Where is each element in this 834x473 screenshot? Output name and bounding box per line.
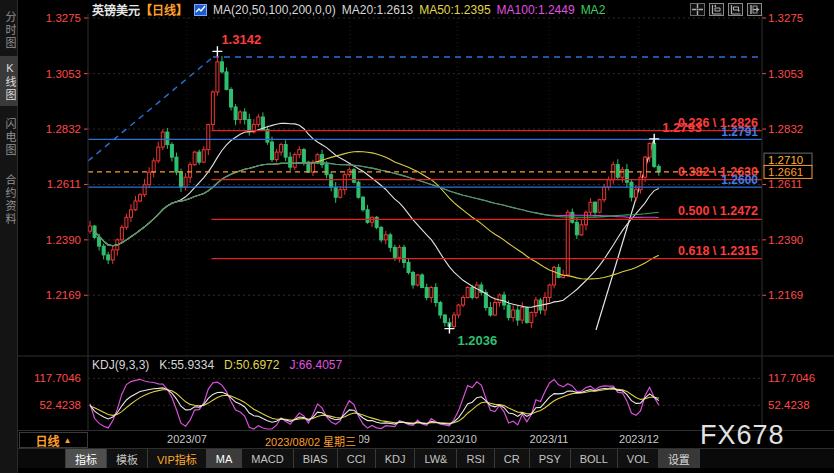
ma20-value: MA20:1.2613	[342, 3, 413, 17]
toolbar-item-BOLL[interactable]: BOLL	[571, 449, 618, 468]
svg-text:52.4238: 52.4238	[39, 399, 81, 411]
kdj-d-value: D:50.6972	[224, 358, 279, 372]
toolbar-item-LW&[interactable]: LW&	[415, 449, 457, 468]
crosshair-icon[interactable]	[690, 3, 705, 16]
svg-text:0.618 \ 1.2315: 0.618 \ 1.2315	[678, 244, 758, 258]
kdj-j-value: J:66.4057	[289, 358, 342, 372]
kdj-name: KDJ(9,3,3)	[92, 358, 149, 372]
toolbar-item-BIAS[interactable]: BIAS	[294, 449, 338, 468]
ma100-value: MA100:1.2449	[497, 3, 575, 17]
sidebar-item-contract-info[interactable]: 合约资料	[0, 166, 18, 232]
toolbar-spacer	[18, 449, 66, 468]
svg-text:1.2169: 1.2169	[46, 289, 81, 301]
svg-text:1.2036: 1.2036	[457, 333, 497, 348]
brand-watermark: FX678	[700, 420, 785, 451]
symbol-name: 英镑美元	[92, 4, 140, 18]
ma50-value: MA50:1.2395	[419, 3, 490, 17]
candles	[89, 51, 661, 328]
toolbar-item-VIP指标[interactable]: VIP指标	[148, 449, 207, 468]
toolbar-item-CCI[interactable]: CCI	[338, 449, 376, 468]
svg-text:117.7046: 117.7046	[768, 372, 815, 384]
trading-app-window: 分时图 K线图 闪电图 合约资料 1.32751.32751.30531.305…	[0, 0, 834, 473]
svg-text:1.2169: 1.2169	[768, 289, 803, 301]
svg-text:1.3275: 1.3275	[768, 12, 803, 24]
ma200-value-truncated: MA2	[581, 3, 606, 17]
svg-text:1.3275: 1.3275	[46, 12, 81, 24]
price-annotations: 1.31421.20361.2793	[212, 32, 702, 347]
toolbar-item-RSI[interactable]: RSI	[457, 449, 494, 468]
svg-text:1.2832: 1.2832	[768, 123, 803, 135]
svg-text:52.4238: 52.4238	[768, 399, 810, 411]
period-selector[interactable]: 日线 ▲	[19, 432, 88, 448]
sidebar-item-kline-chart[interactable]: K线图	[0, 56, 18, 106]
sidebar: 分时图 K线图 闪电图 合约资料	[0, 0, 18, 473]
kdj-grid: 117.7046117.704652.423852.4238	[34, 372, 815, 411]
svg-text:1.2600: 1.2600	[721, 173, 758, 187]
toolbar-item-设置[interactable]: 设置	[659, 449, 700, 468]
svg-text:1.2611: 1.2611	[47, 178, 81, 190]
line-chart-icon[interactable]	[194, 4, 207, 16]
axis-zoom-right-icon[interactable]	[728, 3, 743, 16]
crosshair-date-label: 2023/08/02 星期三	[265, 433, 359, 449]
svg-text:1.2832: 1.2832	[46, 123, 81, 135]
kdj-indicator-label: KDJ(9,3,3) K:55.9334 D:50.6972 J:66.4057	[92, 358, 342, 372]
shift-chart-right-icon[interactable]	[747, 3, 762, 16]
svg-text:1.3142: 1.3142	[221, 32, 261, 47]
toolbar-item-KDJ[interactable]: KDJ	[376, 449, 416, 468]
toolbar-item-MACD[interactable]: MACD	[242, 449, 293, 468]
indicator-toolbar: 指标模板VIP指标MAMACDBIASCCIKDJLW&RSICRPSYBOLL…	[18, 448, 834, 468]
svg-text:117.7046: 117.7046	[34, 372, 81, 384]
axis-zoom-left-icon[interactable]	[709, 3, 724, 16]
chart-titlebar: 英镑美元【日线】 MA(20,50,100,200,0,0) MA20:1.26…	[92, 2, 605, 17]
sidebar-item-timeshare-chart[interactable]: 分时图	[0, 4, 18, 54]
svg-text:1.2390: 1.2390	[46, 234, 81, 246]
kdj-k-value: K:55.9334	[159, 358, 214, 372]
toolbar-item-CR[interactable]: CR	[495, 449, 530, 468]
svg-text:1.3053: 1.3053	[768, 68, 803, 80]
toolbar-item-VOL[interactable]: VOL	[618, 449, 659, 468]
svg-text:1.2611: 1.2611	[768, 178, 802, 190]
svg-text:0.500 \ 1.2472: 0.500 \ 1.2472	[678, 204, 758, 218]
toolbar-item-MA[interactable]: MA	[207, 449, 243, 468]
period-label: 【日线】	[140, 4, 188, 18]
toolbar-item-模板[interactable]: 模板	[107, 449, 148, 468]
ma-settings-label: MA(20,50,100,200,0,0)	[213, 3, 336, 17]
period-selector-arrow-icon: ▲	[64, 436, 72, 445]
price-axis-boxes: 1.27101.2661	[764, 153, 812, 178]
time-axis-label: 2023/12	[619, 433, 659, 445]
period-selector-label: 日线	[36, 432, 60, 449]
toolbar-item-指标[interactable]: 指标	[66, 449, 107, 468]
blue-horizontal-lines: 1.27911.2600	[88, 125, 762, 187]
chart-tool-icons	[690, 3, 762, 16]
chart-region: 1.32751.32751.30531.30531.28321.28321.26…	[18, 0, 834, 473]
svg-text:1.3053: 1.3053	[46, 68, 81, 80]
svg-text:1.2710: 1.2710	[768, 154, 803, 166]
toolbar-item-PSY[interactable]: PSY	[530, 449, 571, 468]
svg-text:1.2793: 1.2793	[662, 120, 702, 135]
time-axis-label: 2023/10	[437, 433, 477, 445]
time-axis-label: 2023/11	[530, 433, 569, 445]
time-axis-label: 2023/07	[167, 433, 207, 445]
svg-text:1.2390: 1.2390	[768, 234, 803, 246]
svg-text:1.2791: 1.2791	[721, 125, 758, 139]
svg-text:1.2661: 1.2661	[768, 166, 803, 178]
sidebar-item-lightning-chart[interactable]: 闪电图	[0, 111, 18, 161]
